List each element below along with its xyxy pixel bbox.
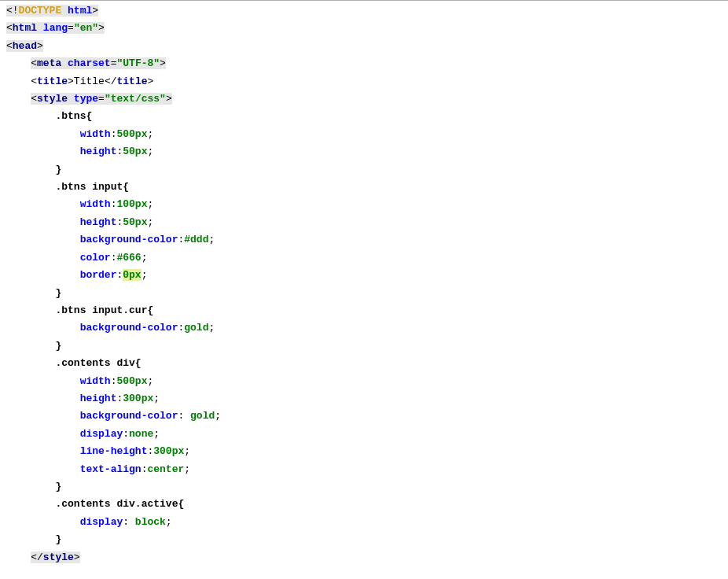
code-line[interactable]: .contents div{ bbox=[0, 355, 728, 372]
code-line[interactable]: .btns{ bbox=[0, 108, 728, 125]
code-line[interactable]: <style type="text/css"> bbox=[0, 90, 728, 108]
code-line[interactable]: <head> bbox=[0, 38, 728, 55]
code-line[interactable]: width:500px; bbox=[0, 126, 728, 143]
code-line[interactable]: <!DOCTYPE html> bbox=[0, 2, 728, 20]
code-line[interactable]: .btns input{ bbox=[0, 179, 728, 196]
code-line[interactable]: <meta charset="UTF-8"> bbox=[0, 55, 728, 72]
code-editor[interactable]: <!DOCTYPE html><html lang="en"><head> <m… bbox=[0, 0, 728, 566]
code-line[interactable]: height:50px; bbox=[0, 143, 728, 160]
code-line[interactable]: <title>Title</title> bbox=[0, 73, 728, 90]
code-line[interactable]: .btns input.cur{ bbox=[0, 302, 728, 319]
code-line[interactable]: } bbox=[0, 337, 728, 355]
code-line[interactable]: background-color:#ddd; bbox=[0, 231, 728, 249]
code-line[interactable]: .contents div.active{ bbox=[0, 496, 728, 513]
code-line[interactable]: } bbox=[0, 478, 728, 496]
code-line[interactable]: background-color: gold; bbox=[0, 408, 728, 425]
code-line[interactable]: <html lang="en"> bbox=[0, 20, 728, 37]
code-line[interactable]: width:500px; bbox=[0, 373, 728, 390]
code-line[interactable]: width:100px; bbox=[0, 196, 728, 213]
code-line[interactable]: } bbox=[0, 531, 728, 548]
code-line[interactable]: line-height:300px; bbox=[0, 443, 728, 460]
code-line[interactable]: } bbox=[0, 161, 728, 179]
code-line[interactable]: display:none; bbox=[0, 426, 728, 443]
code-line[interactable]: display: block; bbox=[0, 514, 728, 531]
code-line[interactable]: </style> bbox=[0, 549, 728, 566]
code-line[interactable]: background-color:gold; bbox=[0, 319, 728, 337]
code-line[interactable]: height:50px; bbox=[0, 214, 728, 231]
code-line[interactable]: color:#666; bbox=[0, 249, 728, 267]
code-line[interactable]: } bbox=[0, 285, 728, 302]
code-line[interactable]: height:300px; bbox=[0, 390, 728, 408]
code-line[interactable]: border:0px; bbox=[0, 267, 728, 284]
code-line[interactable]: text-align:center; bbox=[0, 461, 728, 478]
